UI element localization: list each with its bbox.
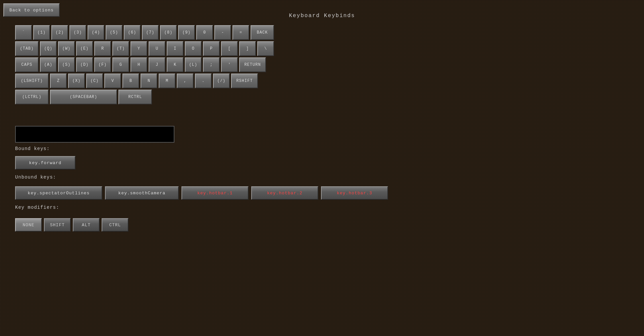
key-q[interactable]: (Q) [40,41,57,56]
key-8[interactable]: (8) [160,25,177,40]
key-j[interactable]: J [149,57,165,72]
key-y[interactable]: Y [130,41,147,56]
key-r[interactable]: R [94,41,111,56]
key-c[interactable]: (C) [86,74,103,88]
key-0[interactable]: 0 [196,25,213,40]
key-t[interactable]: (T) [112,41,129,56]
keyboard-row-3: CAPS (A) (S) (D) (F) G H J K (L) ; ' RET… [15,57,274,72]
key-minus[interactable]: - [214,25,231,40]
bound-key-forward[interactable]: key.forward [15,156,75,170]
unbound-key-smooth-camera[interactable]: key.smoothCamera [105,186,179,200]
unbound-key-hotbar-2[interactable]: key.hotbar.2 [251,186,318,200]
unbound-key-spectator-outlines[interactable]: key.spectatorOutlines [15,186,102,200]
key-semicolon[interactable]: ; [203,57,220,72]
key-2[interactable]: (2) [51,25,68,40]
key-v[interactable]: V [104,74,121,88]
key-lctrl[interactable]: (LCTRL) [15,90,49,104]
key-lshift[interactable]: (LSHIFT) [15,74,49,88]
key-return[interactable]: RETURN [239,57,266,72]
key-4[interactable]: (4) [88,25,104,40]
key-caps[interactable]: CAPS [15,57,39,72]
key-i[interactable]: I [167,41,183,56]
key-m[interactable]: M [159,74,175,88]
modifier-alt[interactable]: ALT [73,218,100,232]
key-k[interactable]: K [167,57,183,72]
key-spacebar[interactable]: (SPACEBAR) [50,90,117,104]
key-e[interactable]: (E) [76,41,93,56]
key-d[interactable]: (D) [76,57,93,72]
keyboard-row-2: (TAB) (Q) (W) (E) R (T) Y U I O P [ ] \ [15,41,274,56]
key-p[interactable]: P [203,41,220,56]
unbound-key-hotbar-1[interactable]: key.hotbar.1 [181,186,249,200]
key-b[interactable]: B [122,74,139,88]
key-slash[interactable]: (/) [213,74,230,88]
key-g[interactable]: G [112,57,129,72]
bound-keys-label: Bound keys: [15,146,50,151]
unbound-keys-list: key.spectatorOutlines key.smoothCamera k… [15,186,388,200]
key-u[interactable]: U [149,41,165,56]
key-quote[interactable]: ' [221,57,238,72]
key-rctrl[interactable]: RCTRL [118,90,152,104]
key-lbracket[interactable]: [ [221,41,238,56]
keyboard-row-5: (LCTRL) (SPACEBAR) RCTRL [15,90,274,104]
key-input-display[interactable] [15,126,174,143]
key-comma[interactable]: , [177,74,194,88]
key-equals[interactable]: = [232,25,249,40]
key-l[interactable]: (L) [185,57,202,72]
key-rbracket[interactable]: ] [239,41,256,56]
back-to-options-button[interactable]: Back to options [3,3,60,17]
modifier-none[interactable]: NONE [15,218,42,232]
key-z[interactable]: Z [50,74,67,88]
key-backslash[interactable]: \ [257,41,274,56]
key-modifiers-label: Key modifiers: [15,205,59,210]
key-3[interactable]: (3) [69,25,86,40]
unbound-keys-label: Unbound keys: [15,175,56,180]
key-w[interactable]: (W) [58,41,75,56]
keyboard-row-4: (LSHIFT) Z (X) (C) V B N M , . (/) RSHIF… [15,74,274,88]
key-f[interactable]: (F) [94,57,111,72]
key-9[interactable]: (9) [178,25,195,40]
key-1[interactable]: (1) [33,25,50,40]
unbound-key-hotbar-3[interactable]: key.hotbar.3 [321,186,388,200]
modifier-buttons-row: NONE SHIFT ALT CTRL [15,218,128,232]
key-5[interactable]: (5) [106,25,122,40]
modifier-ctrl[interactable]: CTRL [102,218,128,232]
key-a[interactable]: (A) [40,57,57,72]
key-rshift[interactable]: RSHIFT [231,74,258,88]
key-period[interactable]: . [195,74,212,88]
key-7[interactable]: (7) [142,25,159,40]
key-back[interactable]: BACK [251,25,274,40]
key-6[interactable]: (6) [124,25,141,40]
key-n[interactable]: N [141,74,157,88]
key-s[interactable]: (S) [58,57,75,72]
key-x[interactable]: (X) [68,74,85,88]
page-title: Keyboard Keybinds [289,13,355,19]
key-h[interactable]: H [130,57,147,72]
keyboard-row-1: ` (1) (2) (3) (4) (5) (6) (7) (8) (9) 0 … [15,25,274,40]
keyboard-layout: ` (1) (2) (3) (4) (5) (6) (7) (8) (9) 0 … [15,25,274,106]
bound-keys-list: key.forward [15,156,75,170]
key-backtick[interactable]: ` [15,25,32,40]
key-o[interactable]: O [185,41,202,56]
key-tab[interactable]: (TAB) [15,41,39,56]
modifier-shift[interactable]: SHIFT [44,218,71,232]
